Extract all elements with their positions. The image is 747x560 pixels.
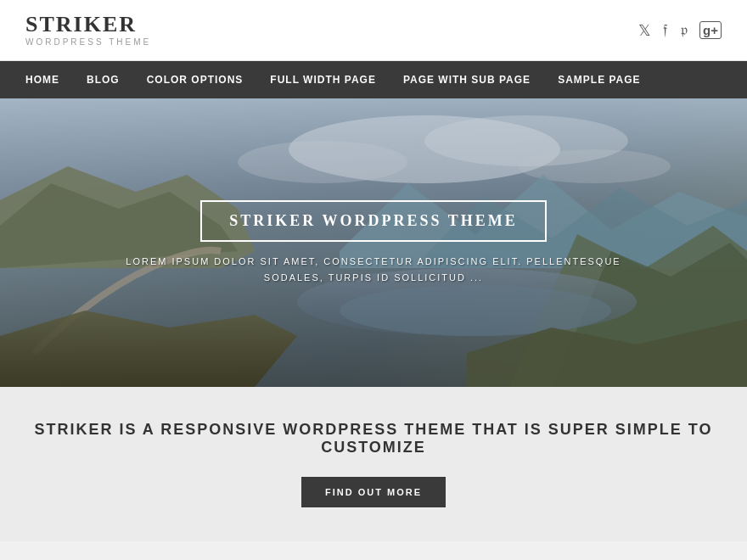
site-header: STRIKER WORDPRESS THEME 𝕏 𝔣 𝔭 g+ [0,0,747,61]
facebook-icon[interactable]: 𝔣 [663,21,668,39]
twitter-icon[interactable]: 𝕏 [638,21,651,40]
social-icons-group: 𝕏 𝔣 𝔭 g+ [638,21,722,40]
nav-blog[interactable]: BLOG [73,61,133,98]
pinterest-icon[interactable]: 𝔭 [680,21,688,39]
google-plus-icon[interactable]: g+ [699,21,722,39]
hero-subtitle-line2: SODALES, TURPIS ID SOLLICITUD ... [264,272,483,283]
find-out-more-button[interactable]: FIND OUT MORE [301,477,446,507]
nav-full-width[interactable]: FULL WIDTH PAGE [256,61,390,98]
nav-color-options[interactable]: COLOR OPTIONS [133,61,257,98]
hero-title: STRIKER WORDPRESS THEME [200,200,546,242]
below-fold-heading: STRIKER IS A RESPONSIVE WORDPRESS THEME … [25,421,722,456]
main-nav: HOME BLOG COLOR OPTIONS FULL WIDTH PAGE … [0,61,747,98]
nav-home[interactable]: HOME [25,61,73,98]
hero-subtitle: LOREM IPSUM DOLOR SIT AMET, CONSECTETUR … [126,254,621,285]
hero-section: STRIKER WORDPRESS THEME LOREM IPSUM DOLO… [0,98,747,387]
logo-title[interactable]: STRIKER [25,14,151,36]
logo-subtitle: WORDPRESS THEME [25,37,151,47]
logo-area: STRIKER WORDPRESS THEME [25,14,151,47]
nav-sample-page[interactable]: SAMPLE PAGE [544,61,654,98]
below-fold-section: STRIKER IS A RESPONSIVE WORDPRESS THEME … [0,387,747,541]
hero-content: STRIKER WORDPRESS THEME LOREM IPSUM DOLO… [0,98,747,387]
hero-subtitle-line1: LOREM IPSUM DOLOR SIT AMET, CONSECTETUR … [126,256,621,266]
nav-sub-page[interactable]: PAGE WITH SUB PAGE [390,61,544,98]
